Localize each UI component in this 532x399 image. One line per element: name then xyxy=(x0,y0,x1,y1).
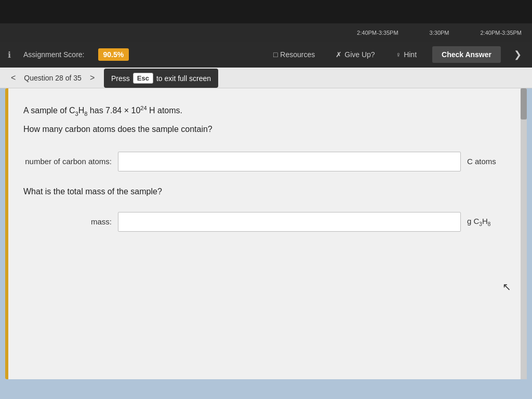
carbon-atoms-row: number of carbon atoms: C atoms xyxy=(23,152,509,171)
mass-row: mass: g C3H8 xyxy=(23,212,509,232)
schedule-time-2: 3:30PM xyxy=(430,30,449,36)
mass-unit: g C3H8 xyxy=(467,217,509,227)
header-toolbar: ℹ Assignment Score: 90.5% □ Resources ✗ … xyxy=(0,42,532,68)
left-accent-bar xyxy=(5,88,8,379)
press-text: Press xyxy=(111,74,130,83)
scrollbar-thumb[interactable] xyxy=(521,88,527,119)
cursor-indicator: ↖ xyxy=(502,281,511,293)
esc-tooltip: Press Esc to exit full screen xyxy=(104,69,218,88)
question-counter: Question 28 of 35 xyxy=(24,74,82,82)
score-badge: 90.5% xyxy=(98,48,129,61)
question-part3: What is the total mass of the sample? xyxy=(23,187,509,196)
schedule-strip: 2:40PM-3:35PM 3:30PM 2:40PM-3:35PM xyxy=(0,23,532,42)
carbon-atoms-input[interactable] xyxy=(118,152,461,171)
top-bar xyxy=(0,0,532,23)
question-part2: How many carbon atoms does the sample co… xyxy=(23,123,509,136)
resources-icon: □ xyxy=(273,50,277,59)
hint-label: Hint xyxy=(404,50,417,59)
give-up-icon: ✗ xyxy=(336,50,342,59)
question-nav-bar: < Question 28 of 35 > Press Esc to exit … xyxy=(0,68,532,88)
carbon-atoms-unit: C atoms xyxy=(467,157,509,166)
exit-fullscreen-text: to exit full screen xyxy=(156,74,211,83)
mass-label: mass: xyxy=(23,217,112,226)
give-up-button[interactable]: ✗ Give Up? xyxy=(330,48,380,61)
question-part1: A sample of C3H8 has 7.84 × 1024 H atoms… xyxy=(23,104,509,118)
carbon-atoms-label: number of carbon atoms: xyxy=(23,157,112,166)
mass-input[interactable] xyxy=(118,212,461,232)
right-nav-arrow[interactable]: ❯ xyxy=(511,46,524,63)
esc-key: Esc xyxy=(133,73,153,84)
hint-icon: ♀ xyxy=(396,50,402,59)
resources-label: Resources xyxy=(280,50,315,59)
hint-button[interactable]: ♀ Hint xyxy=(391,48,422,61)
give-up-label: Give Up? xyxy=(344,50,375,59)
check-answer-button[interactable]: Check Answer xyxy=(432,46,501,63)
schedule-time-3: 2:40PM-3:35PM xyxy=(481,30,522,36)
info-icon: ℹ xyxy=(8,50,11,60)
scrollbar-track[interactable] xyxy=(521,88,527,379)
prev-question-button[interactable]: < xyxy=(8,72,19,84)
schedule-time-1: 2:40PM-3:35PM xyxy=(357,30,398,36)
next-question-button[interactable]: > xyxy=(87,72,98,84)
main-content: A sample of C3H8 has 7.84 × 1024 H atoms… xyxy=(5,88,527,379)
resources-button[interactable]: □ Resources xyxy=(268,48,320,61)
assignment-score-label: Assignment Score: xyxy=(23,50,85,59)
